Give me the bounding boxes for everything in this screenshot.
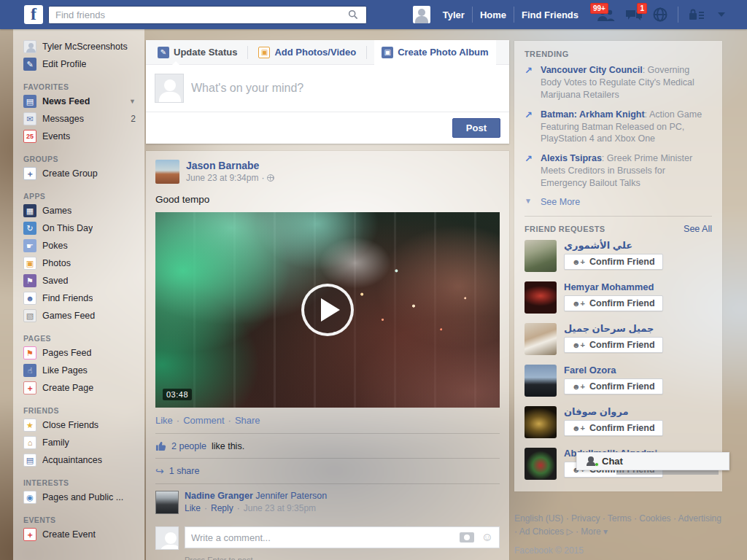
confirm-friend-button[interactable]: ☻+Confirm Friend	[564, 254, 663, 270]
footer-link-language[interactable]: English (US)	[514, 513, 563, 524]
home-link[interactable]: Home	[473, 9, 514, 20]
footer-link-terms[interactable]: Terms	[608, 513, 632, 524]
footer-link-advertising[interactable]: Advertising	[678, 513, 721, 524]
requester-avatar[interactable]	[525, 240, 557, 272]
comment-input[interactable]	[191, 532, 460, 543]
comment-reply-link[interactable]: Reply	[211, 503, 233, 513]
sidebar-item-pages-and-public[interactable]: ◉ Pages and Public ...	[23, 489, 140, 506]
account-menu-chevron-down-icon[interactable]	[718, 12, 725, 17]
confirm-friend-button[interactable]: ☻+Confirm Friend	[564, 420, 663, 436]
status-input[interactable]	[191, 74, 500, 103]
sidebar-item-photos[interactable]: ▣ Photos	[23, 254, 140, 272]
sidebar-item-news-feed[interactable]: ▤ News Feed ▼	[23, 93, 140, 110]
requester-avatar[interactable]	[525, 323, 557, 355]
find-friends-link[interactable]: Find Friends	[514, 9, 586, 20]
section-header-groups: GROUPS	[23, 155, 140, 163]
sidebar-item-acquaintances[interactable]: ▤ Acquaintances	[23, 451, 140, 469]
video-player[interactable]: 03:48	[155, 212, 500, 408]
sidebar-item-on-this-day[interactable]: ↻ On This Day	[23, 219, 140, 237]
likers-link[interactable]: 2 people	[171, 441, 206, 451]
sidebar-item-games[interactable]: ▦ Games	[23, 202, 140, 219]
sidebar-item-saved[interactable]: ⚑ Saved	[23, 272, 140, 289]
camera-icon[interactable]	[460, 532, 474, 542]
sidebar-item-create-page[interactable]: ＋ Create Page	[23, 379, 140, 397]
trending-topic-link[interactable]: Batman: Arkham Knight	[541, 109, 645, 120]
footer-link-cookies[interactable]: Cookies	[639, 513, 670, 524]
interest-list-icon: ◉	[23, 491, 36, 504]
requester-avatar[interactable]	[525, 281, 557, 314]
requester-name[interactable]: Farel Ozora	[564, 365, 663, 376]
footer-link-privacy[interactable]: Privacy	[571, 513, 600, 524]
search-input[interactable]	[49, 7, 340, 23]
requester-avatar[interactable]	[525, 448, 557, 480]
share-link[interactable]: Share	[235, 415, 260, 426]
sidebar-item-create-event[interactable]: ＋ Create Event	[23, 526, 140, 543]
commenter-name[interactable]: Nadine Granger	[185, 491, 253, 501]
tab-add-photos-video[interactable]: ▣ Add Photos/Video	[255, 40, 359, 65]
confirm-friend-button[interactable]: ☻+Confirm Friend	[564, 295, 663, 311]
sidebar-item-pages-feed[interactable]: ⚑ Pages Feed	[23, 344, 140, 362]
post-timestamp[interactable]: June 23 at 9:34pm	[186, 173, 258, 183]
video-duration: 03:48	[163, 389, 192, 400]
like-link[interactable]: Like	[155, 415, 173, 426]
footer-link-more[interactable]: More	[581, 526, 600, 537]
post-button[interactable]: Post	[452, 118, 500, 138]
see-all-link[interactable]: See All	[684, 224, 712, 234]
sidebar-item-like-pages[interactable]: ☝ Like Pages	[23, 362, 140, 379]
comment-link[interactable]: Comment	[183, 415, 224, 426]
share-arrow-icon: ↪	[155, 465, 164, 477]
close-friends-star-icon: ★	[23, 419, 36, 432]
tagged-person-link[interactable]: Jennifer Paterson	[255, 491, 327, 501]
sidebar-item-family[interactable]: ⌂ Family	[23, 434, 140, 451]
trending-topic-link[interactable]: Alexis Tsipras	[541, 153, 602, 163]
profile-avatar[interactable]	[413, 6, 430, 23]
requester-name[interactable]: علي الأشموري	[564, 240, 663, 251]
photo-icon: ▣	[258, 47, 270, 58]
requester-avatar[interactable]	[525, 406, 557, 438]
tab-update-status[interactable]: ✎ Update Status	[155, 40, 240, 65]
requester-name[interactable]: جميل سرحان جميل	[564, 323, 663, 334]
post-author-avatar[interactable]	[155, 160, 179, 184]
messages-icon[interactable]: 1	[625, 8, 643, 21]
sidebar-item-create-group[interactable]: ＋ Create Group	[23, 165, 140, 182]
sidebar-item-pokes[interactable]: ☛ Pokes	[23, 237, 140, 254]
chat-bar[interactable]: Chat	[576, 452, 729, 470]
divider	[366, 46, 367, 59]
news-feed-chevron-down-icon[interactable]: ▼	[129, 98, 136, 105]
requester-name[interactable]: Hemyar Mohammed	[564, 281, 663, 292]
sidebar-item-label: Close Friends	[42, 420, 98, 430]
confirm-friend-button[interactable]: ☻+Confirm Friend	[564, 337, 663, 353]
privacy-shortcuts-icon[interactable]	[689, 9, 705, 20]
play-button-icon[interactable]	[301, 284, 354, 336]
confirm-friend-button[interactable]: ☻+Confirm Friend	[564, 378, 663, 394]
footer-link-ad-choices[interactable]: Ad Choices	[519, 526, 564, 537]
sidebar-item-edit-profile[interactable]: ✎ Edit Profile	[23, 55, 140, 73]
smiley-icon[interactable]: ☺	[481, 531, 493, 544]
pencil-icon: ✎	[158, 47, 169, 58]
notifications-globe-icon[interactable]	[653, 7, 667, 22]
sidebar-item-profile[interactable]: Tyler McScreenshots	[23, 38, 140, 55]
chevron-down-icon: ▼	[525, 197, 535, 207]
sidebar-item-games-feed[interactable]: ▧ Games Feed	[23, 307, 140, 324]
sidebar-item-close-friends[interactable]: ★ Close Friends	[23, 416, 140, 434]
friend-requests-icon[interactable]: 99+	[596, 8, 615, 21]
commenter-avatar[interactable]	[155, 491, 179, 514]
tab-create-photo-album[interactable]: ▣ Create Photo Album	[374, 40, 495, 65]
share-count-link[interactable]: 1 share	[169, 466, 200, 476]
right-column: TRENDING ↗ Vancouver City Council: Gover…	[514, 41, 722, 491]
facebook-logo[interactable]: f	[24, 5, 43, 24]
requester-name[interactable]: مروان صوفان	[564, 406, 663, 417]
trending-see-more[interactable]: ▼ See More	[525, 197, 712, 207]
post-author-name[interactable]: Jason Barnabe	[186, 160, 274, 171]
games-icon: ▦	[23, 204, 36, 217]
sidebar-item-find-friends[interactable]: ☻ Find Friends	[23, 289, 140, 307]
comment-like-link[interactable]: Like	[185, 503, 201, 513]
search-button[interactable]	[340, 7, 366, 23]
profile-link[interactable]: Tyler	[436, 9, 472, 20]
messages-badge: 1	[637, 3, 647, 14]
sidebar-item-messages[interactable]: ✉ Messages 2	[23, 110, 140, 128]
sidebar-item-label: Pages Feed	[42, 348, 91, 358]
trending-topic-link[interactable]: Vancouver City Council	[541, 65, 643, 75]
requester-avatar[interactable]	[525, 365, 557, 397]
sidebar-item-events[interactable]: 25 Events	[23, 128, 140, 145]
